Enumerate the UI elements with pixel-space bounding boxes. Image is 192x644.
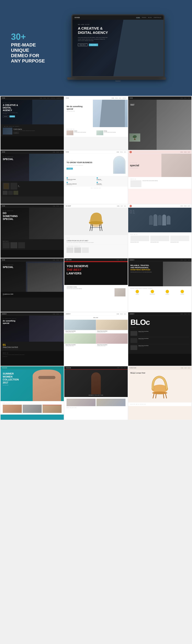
demo14-post-4-content: Always Praise Good Work Lorem ipsum dolo… <box>96 344 128 347</box>
demo5-text: HELLO YOU TO GROW YOUR BUSINESS Lorem ip… <box>67 160 111 170</box>
demo11-hero: YOU DESERVE THE BEST LAWYERS <box>64 262 128 285</box>
demo8-nav: DA SHOP HOMESHOPBLOG <box>64 204 128 208</box>
demo9-logo-circle: YO <box>130 205 132 207</box>
laptop-play-video-btn[interactable]: Play Video <box>89 44 98 46</box>
demo1-read-more[interactable]: Read More <box>14 132 19 134</box>
demo12-h: RELIABLE, TRUSTED, AND PROFESSIONAL HAND… <box>130 264 152 271</box>
demo1-subtitle: WE ARE VIVID <box>3 102 62 103</box>
hero-title: PRE-MADE UNIQUE DEMEO FOR ANY PURPOSE <box>11 42 55 64</box>
demo10-text: WE DO SOMETHING SPECIAL <box>3 264 62 269</box>
demo4-products: G Brand <box>1 181 64 196</box>
demo3-first-label: FIRST <box>130 104 134 106</box>
demo8-product-2 <box>74 248 81 253</box>
demo2-hero-sub: Lorem ipsum dolor sit amet <box>67 111 83 112</box>
demo9-person-2 <box>153 214 157 226</box>
laptop-nav-portfolio[interactable]: PORTFOLIO <box>154 17 161 18</box>
demo13-hero: DO SOMETHING SPECIAL do somethingspecial <box>1 316 64 342</box>
demo4-small-3 <box>14 191 18 195</box>
demo1-section-content: Creative Agency Lorem ipsum dolor sit am… <box>3 128 62 134</box>
demo1-btn1[interactable]: Read More <box>3 116 9 118</box>
demo15-blog-excerpt-2: Lorem ipsum dolor <box>138 339 148 340</box>
demo3-logo: VIVID <box>130 98 133 98</box>
demo3-nav-links: HOMEPAGESBLOG <box>180 98 190 98</box>
demo8-desc: Lorem ipsum dolor sit amet consectetur a… <box>67 242 125 243</box>
demo18-h: Mango Lounge Chair <box>130 372 145 374</box>
demo-card-17: FASHION HOMESHOPBLOG WOMEN COLLECTION NE… <box>64 366 128 420</box>
demo5-feat-text-2: Lorem ipsum dolor <box>97 180 125 181</box>
demo5-feat-1: CREATIVE SOLUTIONS Lorem ipsum dolor <box>67 177 95 181</box>
demo5-logo: VIVID <box>66 152 69 152</box>
demo17-nav: FASHION HOMESHOPBLOG <box>64 366 128 370</box>
demo15-blog-list: Always Praise Good Work Lorem ipsum dolo… <box>130 330 189 351</box>
demo1-section-label: — WE ARE CREATIVE AGENCY <box>3 126 62 127</box>
demo16-text: SUMMER WOMEN COLLECTION 2017 Lorem ipsum… <box>3 372 62 386</box>
demo5-feat-3: INNOVATIVE CAMPAIGNS Lorem ipsum dolor <box>67 182 95 185</box>
demo2-item-img-1 <box>67 130 73 135</box>
laptop-screen: VIVID HOME PAGES BLOG PORTFOLIO WE ARE V… <box>72 15 163 76</box>
demo12-service-3: EXTERIOR <box>160 290 174 294</box>
demo9-person-3 <box>158 215 162 225</box>
demo4-h: SPECIAL <box>3 158 19 161</box>
laptop-heading: A CREATIVE & DIGITAL AGENCY <box>78 26 116 35</box>
demo6-logo: YO <box>130 152 131 152</box>
demo1-btn2[interactable]: Play Video <box>10 116 15 118</box>
demo11-logo: LAW FIRM <box>66 259 72 260</box>
demo10-h: SPECIAL <box>3 266 19 269</box>
demo1-text-h: Creative Agency <box>14 128 62 130</box>
demo14-post-1-content: Always Praise Good Work Lorem ipsum dolo… <box>64 330 96 333</box>
demo2-nav: VIVID HOMEPAGESBLOGCONTACT <box>64 96 128 100</box>
demo4-brand-text: G <box>18 185 62 186</box>
macbook-label: MacBook <box>115 80 121 82</box>
demo8-nav-links: HOMESHOPBLOG <box>117 206 126 206</box>
demo-card-7: VIVID HOMEPAGESBLOG WE DO SOMETHING do s… <box>1 204 64 258</box>
demo9-what-text-1: Lorem ipsum dolor sit amet <box>130 242 149 242</box>
demo12-hero: RELIABLE, TRUSTED, AND PROFESSIONAL HAND… <box>128 262 191 286</box>
demo11-h3: LAWYERS <box>67 272 81 275</box>
demo7-text: WE DO SOMETHING do somethingspecial <box>3 210 62 221</box>
demo1-text-p: Lorem ipsum dolor sit amet consectetur a… <box>14 130 62 131</box>
demo5-hero: HELLO YOU TO GROW YOUR BUSINESS Lorem ip… <box>64 154 128 176</box>
demo2-item-text-1: Creative Lorem ipsum dolor sit amet cons… <box>74 130 86 135</box>
demo5-nav: VIVID HOMEPAGESBLOG <box>64 150 128 154</box>
demo6-about-img <box>130 180 141 187</box>
demo10-nav: VIVID HOMEPAGESBLOG <box>1 258 64 262</box>
demo15-nav: AGENCY HOMEPAGESBLOG <box>128 312 191 316</box>
hero-number: 30+ <box>11 32 55 41</box>
demo9-nav-links: HOMEPAGESBLOG <box>180 206 190 206</box>
demo5-feat-2: EXPERTISE Lorem ipsum dolor <box>97 177 125 181</box>
demo4-text: WE DO SOMETHING SPECIAL <box>3 156 62 161</box>
demo12-service-2: FENCE REPAIR <box>145 290 159 294</box>
demo9-what-2: Lorem ipsum dolor sit amet <box>150 236 169 242</box>
previews-row-3: VIVID HOMEPAGESBLOG WE DO SOMETHING do s… <box>0 204 192 258</box>
demo5-btn[interactable]: Get Started <box>67 168 73 170</box>
demo14-post-2: Always Praise Good Work Lorem ipsum dolo… <box>96 320 128 333</box>
demo1-nav: VIVID HOMEPAGESBLOGPORTFOLIOELEMENTST <box>1 96 64 100</box>
demo4-small-items <box>3 191 62 195</box>
demo16-h: SUMMER WOMEN COLLECTION 2017 <box>3 372 22 384</box>
demo13-praise: Always Praise Good Work <box>3 346 62 348</box>
demo15-blog-img-1 <box>130 331 137 336</box>
demo9-what-1: Lorem ipsum dolor sit amet <box>130 236 149 242</box>
demo1-logo: VIVID <box>2 98 5 98</box>
laptop-nav-blog[interactable]: BLOG <box>148 17 152 18</box>
laptop-read-more-btn[interactable]: Read More <box>78 44 88 46</box>
laptop-nav-pages[interactable]: PAGES <box>142 17 146 18</box>
demo11-text: Lorem ipsum dolor sit amet consectetur a… <box>67 288 113 296</box>
demo4-small-1 <box>3 191 8 195</box>
demo12-services-grid: ROOFING FENCE REPAIR EXTERIOR FLOORING <box>130 290 189 294</box>
laptop-nav-home[interactable]: HOME <box>136 17 140 18</box>
demo1-heading: A CREATIVE & DIGITAL AGENCY <box>3 104 21 112</box>
demo3-bg: VIVID HOMEPAGESBLOG STYLIS FIRST <box>128 96 191 150</box>
demo2-what-title: WHAT WE DO <box>67 129 125 130</box>
demo10-headphones: Headphones $299 $299 <box>1 292 64 298</box>
previews-row-6: FASHION HOMESHOPBLOG SUMMER WOMEN COLLEC… <box>0 366 192 420</box>
demo9-what-text-3: Lorem ipsum dolor sit amet <box>170 242 189 242</box>
demo1-section: — WE ARE CREATIVE AGENCY Creative Agency… <box>1 124 64 136</box>
demo3-style-label: STYLIS <box>130 103 134 104</box>
demo5-desc: Lorem ipsum dolor sit amet, consectetur … <box>67 165 111 166</box>
demo8-hero <box>64 208 128 235</box>
demo13-about: ABOUT US Lorem ipsum dolor sit amet cons… <box>1 351 64 359</box>
demo-card-9: YO HOMEPAGESBLOG 01 WHAT WE DO Lorem ips… <box>128 204 191 258</box>
demo14-post-4-title: Always Praise Good Work <box>97 344 126 345</box>
demo12-service-icon-3 <box>166 290 169 293</box>
